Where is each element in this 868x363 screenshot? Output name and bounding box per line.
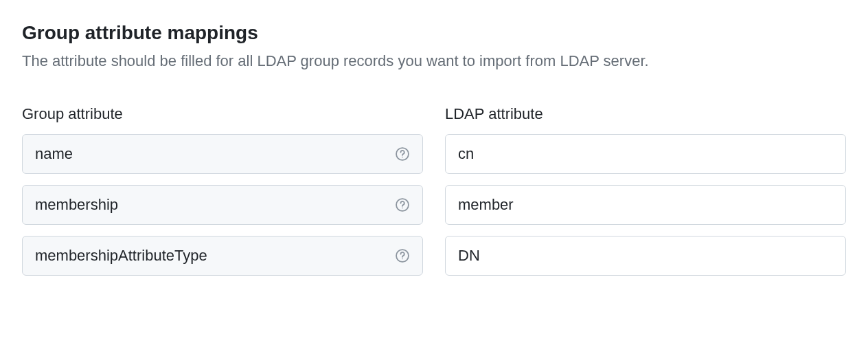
ldap-attribute-column: LDAP attribute xyxy=(445,105,846,287)
group-attribute-label: membershipAttributeType xyxy=(35,247,207,265)
group-attribute-membership-type: membershipAttributeType xyxy=(22,236,423,276)
help-icon[interactable] xyxy=(395,248,410,263)
section-title: Group attribute mappings xyxy=(22,22,846,44)
help-icon[interactable] xyxy=(395,197,410,212)
group-attribute-label: membership xyxy=(35,196,118,214)
section-description: The attribute should be filled for all L… xyxy=(22,50,846,72)
group-attribute-label: name xyxy=(35,145,73,163)
svg-point-3 xyxy=(402,208,403,209)
group-attribute-membership: membership xyxy=(22,185,423,225)
group-attribute-name: name xyxy=(22,134,423,174)
help-icon[interactable] xyxy=(395,146,410,162)
group-attribute-column: Group attribute name membership xyxy=(22,105,423,287)
ldap-attribute-input-name[interactable] xyxy=(445,134,846,174)
group-attribute-header: Group attribute xyxy=(22,105,423,123)
svg-point-5 xyxy=(402,258,403,260)
ldap-attribute-input-membership-type[interactable] xyxy=(445,236,846,276)
ldap-attribute-input-membership[interactable] xyxy=(445,185,846,225)
svg-point-1 xyxy=(402,157,403,158)
ldap-attribute-header: LDAP attribute xyxy=(445,105,846,123)
